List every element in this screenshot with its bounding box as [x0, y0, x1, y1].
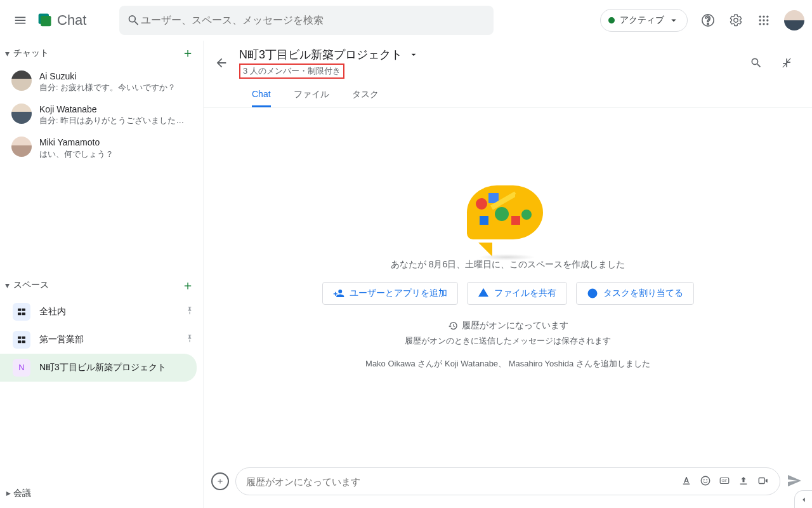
chat-name: Miki Yamamoto	[39, 137, 114, 148]
svg-rect-1	[41, 16, 51, 26]
svg-point-20	[701, 476, 710, 485]
space-item[interactable]: 全社内	[0, 298, 203, 326]
section-meet-label: 会議	[13, 488, 31, 499]
space-item[interactable]: 第一営業部	[0, 326, 203, 354]
message-input[interactable]	[246, 476, 681, 487]
status-label: アクティブ	[620, 15, 664, 26]
status-dropdown[interactable]: アクティブ	[600, 9, 688, 32]
send-button[interactable]	[787, 473, 802, 490]
avatar	[11, 137, 32, 157]
space-name: 第一営業部	[39, 334, 84, 345]
pin-icon[interactable]	[185, 334, 194, 345]
tab-files[interactable]: ファイル	[294, 85, 329, 107]
tab-tasks[interactable]: タスク	[352, 85, 379, 107]
section-meet-header[interactable]: ▾ 会議	[0, 484, 203, 508]
video-icon[interactable]	[757, 475, 769, 488]
search-icon	[127, 13, 140, 27]
svg-point-4	[766, 16, 768, 18]
search-input[interactable]	[141, 15, 487, 26]
svg-point-8	[759, 23, 761, 25]
composer-add-button[interactable]: ＋	[211, 472, 229, 490]
upload-icon[interactable]	[738, 475, 749, 488]
tab-chat[interactable]: Chat	[252, 85, 271, 107]
settings-icon[interactable]	[723, 8, 749, 33]
history-description: 履歴がオンのときに送信したメッセージは保存されます	[405, 335, 611, 347]
collapse-icon[interactable]	[774, 50, 799, 76]
search-in-space-icon[interactable]	[743, 50, 769, 76]
chevron-down-icon: ▾	[5, 280, 10, 290]
member-added-text: Mako Oikawa さんが Koji Watanabe、 Masahiro …	[365, 358, 650, 370]
apps-grid-icon[interactable]	[751, 8, 776, 33]
svg-point-3	[763, 16, 764, 18]
drive-icon	[478, 288, 489, 299]
chat-item[interactable]: Miki Yamamotoはい、何でしょう？	[0, 131, 203, 164]
back-icon[interactable]	[209, 50, 234, 76]
svg-rect-18	[22, 340, 25, 343]
chat-preview: はい、何でしょう？	[39, 149, 114, 160]
space-name: 全社内	[39, 306, 66, 318]
svg-rect-11	[18, 308, 21, 311]
svg-rect-15	[18, 336, 21, 338]
assign-task-button[interactable]: タスクを割り当てる	[576, 282, 694, 305]
account-avatar[interactable]	[784, 10, 804, 30]
status-dot-icon	[608, 17, 615, 23]
app-logo[interactable]: Chat	[36, 11, 86, 29]
pin-icon[interactable]	[185, 306, 194, 317]
message-composer[interactable]: GIF	[235, 467, 780, 495]
history-on-label: 履歴がオンになっています	[448, 320, 568, 331]
svg-point-22	[706, 479, 707, 480]
svg-rect-14	[22, 312, 25, 315]
avatar	[11, 104, 32, 124]
svg-rect-25	[759, 478, 764, 483]
history-icon	[448, 321, 458, 331]
space-avatar-icon	[13, 303, 30, 321]
members-restricted-label[interactable]: 3 人のメンバー・制限付き	[239, 64, 344, 79]
chevron-right-icon: ▾	[3, 491, 13, 496]
svg-point-21	[704, 479, 705, 480]
svg-rect-13	[18, 312, 21, 315]
space-avatar-icon: N	[13, 359, 30, 377]
emoji-icon[interactable]	[700, 475, 711, 488]
chevron-down-icon	[668, 15, 679, 26]
share-file-button[interactable]: ファイルを共有	[467, 282, 567, 305]
chevron-down-icon[interactable]	[409, 50, 419, 60]
format-icon[interactable]	[681, 475, 692, 488]
search-bar[interactable]	[119, 6, 494, 35]
chat-preview: 自分: お疲れ様です。今いいですか？	[39, 82, 176, 93]
svg-point-10	[766, 23, 768, 25]
svg-point-2	[759, 16, 761, 18]
side-panel-toggle[interactable]	[794, 490, 812, 508]
add-people-button[interactable]: ユーザーとアプリを追加	[322, 282, 458, 305]
svg-rect-16	[22, 336, 25, 338]
svg-point-9	[763, 23, 764, 25]
new-space-button[interactable]: ＋	[181, 277, 194, 294]
task-icon	[587, 288, 598, 299]
add-people-icon	[333, 288, 344, 299]
space-avatar-icon	[13, 331, 30, 349]
new-chat-button[interactable]: ＋	[181, 44, 194, 62]
section-spaces-label: スペース	[13, 279, 49, 291]
section-spaces-header[interactable]: ▾ スペース ＋	[0, 273, 203, 298]
svg-point-6	[763, 19, 764, 21]
space-item-selected[interactable]: N N町3丁目ビル新築プロジェクト	[0, 354, 197, 382]
chat-name: Koji Watanabe	[39, 104, 184, 115]
chat-item[interactable]: Ai Suzuki自分: お疲れ様です。今いいですか？	[0, 65, 203, 98]
avatar	[11, 70, 32, 91]
space-title: N町3丁目ビル新築プロジェクト	[239, 47, 402, 62]
chevron-down-icon: ▾	[5, 48, 10, 58]
svg-point-5	[759, 19, 761, 21]
chat-name: Ai Suzuki	[39, 70, 176, 82]
help-icon[interactable]	[695, 8, 721, 33]
section-chat-label: チャット	[13, 48, 49, 59]
svg-rect-12	[22, 308, 25, 311]
svg-rect-17	[18, 340, 21, 343]
svg-text:GIF: GIF	[722, 479, 728, 483]
section-chat-header[interactable]: ▾ チャット ＋	[0, 41, 203, 65]
empty-space-illustration	[467, 185, 549, 249]
menu-icon[interactable]	[8, 8, 33, 33]
chat-logo-icon	[36, 11, 53, 29]
space-name: N町3丁目ビル新築プロジェクト	[39, 362, 166, 373]
chat-item[interactable]: Koji Watanabe自分: 昨日はありがとうございました…	[0, 98, 203, 131]
chat-preview: 自分: 昨日はありがとうございました…	[39, 115, 184, 126]
gif-icon[interactable]: GIF	[719, 475, 730, 488]
